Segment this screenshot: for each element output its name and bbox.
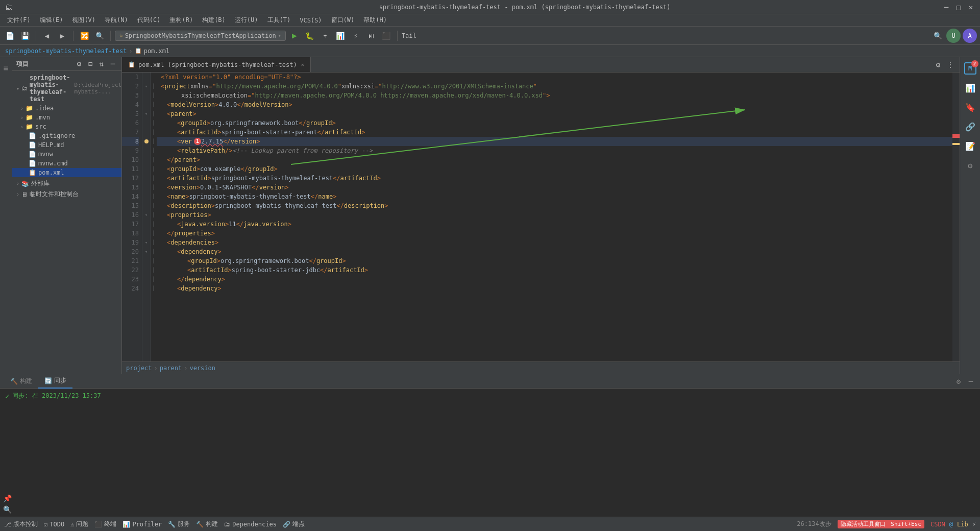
- code-line-1[interactable]: <?xml version="1.0" encoding="UTF-8"?>: [157, 73, 952, 82]
- code-line-20[interactable]: <dependency>: [157, 247, 952, 256]
- sidebar-item-scratches[interactable]: › 🖥 临时文件和控制台: [12, 189, 121, 200]
- editor-settings-btn[interactable]: ⚙: [933, 60, 943, 70]
- code-line-13[interactable]: <version>0.0.1-SNAPSHOT</version>: [157, 183, 952, 192]
- bc-parent[interactable]: parent: [160, 365, 182, 372]
- code-line-5[interactable]: <parent>: [157, 109, 952, 118]
- sidebar-item-src[interactable]: › 📁 src: [12, 122, 121, 131]
- status-dependencies[interactable]: 🗂 Dependencies: [224, 521, 277, 528]
- sidebar-item-external-libs[interactable]: › 📚 外部库: [12, 178, 121, 189]
- code-area[interactable]: <?xml version="1.0" encoding="UTF-8"?> <…: [157, 73, 952, 361]
- left-vtab-1[interactable]: ≡: [3, 59, 10, 77]
- status-services[interactable]: 🔧 服务: [168, 520, 190, 528]
- code-line-19[interactable]: <dependencies>: [157, 238, 952, 247]
- code-line-17[interactable]: <java.version>11</java.version>: [157, 220, 952, 229]
- hide-active-window-btn[interactable]: 隐藏活动工具窗口 Shift+Esc: [838, 520, 924, 528]
- status-endpoints[interactable]: 🔗 端点: [283, 520, 305, 528]
- code-line-9[interactable]: <relativePath/> <!-- Lookup parent from …: [157, 146, 952, 155]
- sidebar-item-mvnw[interactable]: 📄 mvnw: [12, 150, 121, 159]
- toolbar-find-button[interactable]: 🔍: [93, 29, 106, 42]
- maven-button[interactable]: M 2: [961, 59, 979, 78]
- sidebar-sort-btn[interactable]: ⇅: [97, 59, 106, 68]
- bottom-settings-btn[interactable]: ⚙: [953, 376, 964, 387]
- menu-build[interactable]: 构建(B): [198, 15, 230, 26]
- toolbar-new-button[interactable]: 📄: [3, 29, 16, 42]
- menu-window[interactable]: 窗口(W): [327, 15, 359, 26]
- menu-navigate[interactable]: 导航(N): [101, 15, 132, 26]
- right-sidebar-btn-3[interactable]: 🔖: [961, 98, 979, 116]
- menu-help[interactable]: 帮助(H): [359, 15, 391, 26]
- sidebar-collapse-all-btn[interactable]: ⊟: [86, 59, 95, 68]
- toolbar-back-button[interactable]: ◀: [40, 29, 54, 42]
- gutter-line-16[interactable]: ▾: [142, 210, 150, 220]
- nav-file[interactable]: pom.xml: [144, 47, 170, 55]
- run-config-selector[interactable]: ☕ SpringbootMybatisThymeleafTestApplicat…: [115, 31, 286, 41]
- menu-run[interactable]: 运行(U): [231, 15, 262, 26]
- lib-icon[interactable]: Lib: [957, 521, 968, 528]
- status-todo[interactable]: ☑ TODO: [44, 521, 64, 528]
- right-sidebar-btn-5[interactable]: 📝: [961, 137, 979, 155]
- toolbar-coverage-button[interactable]: ☂: [318, 29, 332, 42]
- bottom-tab-sync[interactable]: 🔄 同步: [38, 374, 72, 389]
- toolbar-play2-button[interactable]: ⏯: [364, 29, 378, 42]
- tab-close-button[interactable]: ✕: [301, 62, 304, 67]
- code-line-22[interactable]: <artifactId>spring-boot-starter-jdbc</ar…: [157, 266, 952, 275]
- minimize-button[interactable]: ─: [942, 3, 950, 11]
- sidebar-settings-btn[interactable]: ⚙: [75, 59, 84, 68]
- code-line-15[interactable]: <description>springboot-mybatis-thymelea…: [157, 201, 952, 210]
- sidebar-item-project[interactable]: ▾ 🗂 springboot-mybatis-thymeleaf-test D:…: [12, 73, 121, 104]
- bc-project[interactable]: project: [126, 365, 152, 372]
- toolbar-profile-button[interactable]: 📊: [334, 29, 347, 42]
- code-line-4[interactable]: <modelVersion>4.0.0</modelVersion>: [157, 100, 952, 109]
- user-avatar-2[interactable]: A: [963, 29, 977, 43]
- maximize-button[interactable]: □: [954, 3, 963, 11]
- code-line-12[interactable]: <artifactId>springboot-mybatis-thymeleaf…: [157, 174, 952, 183]
- menu-file[interactable]: 文件(F): [3, 15, 35, 26]
- status-problems[interactable]: ⚠ 问题: [70, 520, 88, 528]
- bottom-search-btn[interactable]: 🔍: [2, 504, 12, 515]
- code-line-18[interactable]: </properties>: [157, 229, 952, 238]
- code-line-8[interactable]: <ver 1 2.7.15</version>: [157, 137, 952, 146]
- at-icon[interactable]: @: [949, 521, 953, 528]
- bc-version[interactable]: version: [189, 365, 215, 372]
- bottom-pin-btn[interactable]: 📌: [2, 493, 12, 503]
- code-line-10[interactable]: </parent>: [157, 155, 952, 164]
- code-line-6[interactable]: <groupId>org.springframework.boot</group…: [157, 118, 952, 128]
- user-avatar[interactable]: U: [946, 29, 961, 43]
- csdn-icon[interactable]: CSDN: [930, 521, 945, 528]
- editor-more-btn[interactable]: ⋮: [945, 60, 955, 70]
- sidebar-item-mvn[interactable]: › 📁 .mvn: [12, 113, 121, 122]
- sidebar-item-gitignore[interactable]: 📄 .gitignore: [12, 131, 121, 140]
- gutter-line-19[interactable]: ▾: [142, 238, 150, 247]
- code-line-24[interactable]: <dependency>: [157, 284, 952, 293]
- status-git-branch[interactable]: ⎇ 版本控制: [4, 520, 38, 528]
- code-line-2[interactable]: <project xmlns="http://maven.apache.org/…: [157, 82, 952, 91]
- sidebar-item-mvnwcmd[interactable]: 📄 mvnw.cmd: [12, 159, 121, 168]
- right-sidebar-btn-6[interactable]: ⚙: [961, 156, 979, 175]
- menu-code[interactable]: 代码(C): [133, 15, 165, 26]
- gutter-line-20[interactable]: ▾: [142, 247, 150, 256]
- toolbar-save-button[interactable]: 💾: [18, 29, 32, 42]
- toolbar-git-button[interactable]: 🔀: [78, 29, 91, 42]
- toolbar-search-button[interactable]: 🔍: [931, 29, 944, 42]
- status-terminal[interactable]: ⬛ 终端: [94, 520, 116, 528]
- bottom-minimize-btn[interactable]: ─: [966, 376, 976, 387]
- sidebar-item-idea[interactable]: › 📁 .idea: [12, 104, 121, 113]
- code-line-7[interactable]: <artifactId>spring-boot-starter-parent</…: [157, 128, 952, 137]
- bottom-tab-build[interactable]: 🔨 构建: [4, 374, 38, 389]
- code-line-14[interactable]: <name>springboot-mybatis-thymeleaf-test<…: [157, 192, 952, 201]
- code-line-3[interactable]: xsi:schemaLocation="http://maven.apache.…: [157, 91, 952, 100]
- menu-tools[interactable]: 工具(T): [263, 15, 295, 26]
- menu-vcs[interactable]: VCS(S): [296, 16, 326, 25]
- code-line-11[interactable]: <groupId>com.example</groupId>: [157, 164, 952, 174]
- sidebar-item-pomxml[interactable]: 📋 pom.xml: [12, 168, 121, 177]
- nav-project[interactable]: springboot-mybatis-thymeleaf-test: [5, 47, 127, 55]
- sidebar-minimize-btn[interactable]: ─: [108, 59, 117, 68]
- toolbar-extra-button[interactable]: ⚡: [349, 29, 362, 42]
- debug-button[interactable]: 🐛: [303, 29, 316, 42]
- code-line-21[interactable]: <groupId>org.springframework.boot</group…: [157, 256, 952, 266]
- menu-refactor[interactable]: 重构(R): [165, 15, 197, 26]
- gutter-line-5[interactable]: ▾: [142, 109, 150, 118]
- sidebar-item-help[interactable]: 📄 HELP.md: [12, 140, 121, 150]
- menu-view[interactable]: 视图(V): [68, 15, 100, 26]
- toolbar-forward-button[interactable]: ▶: [56, 29, 69, 42]
